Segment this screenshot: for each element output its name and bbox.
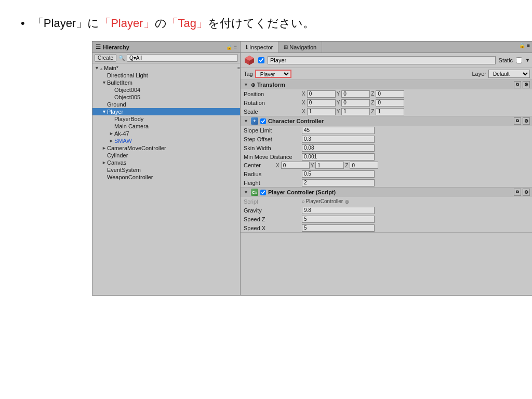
arrow-icon: ▼: [95, 65, 100, 71]
hierarchy-list-icon: ☰: [96, 44, 101, 50]
height-input[interactable]: [302, 179, 375, 187]
cc-active-checkbox[interactable]: [260, 118, 266, 124]
tree-item-ground[interactable]: Ground: [92, 101, 240, 108]
arrow-icon: ►: [102, 160, 107, 165]
tree-item-weaponcontroller[interactable]: WeaponController: [92, 174, 240, 181]
tree-item-bulletitem[interactable]: ▼ BulletItem: [92, 79, 240, 86]
arrow-icon: ▼: [102, 80, 107, 85]
tree-item-directional-light[interactable]: Directional Light: [92, 72, 240, 79]
position-y-input[interactable]: [341, 90, 370, 98]
transform-gear-btn[interactable]: ⚙: [523, 81, 530, 88]
transform-copy-btn[interactable]: ⧉: [514, 81, 521, 88]
cc-copy-btn[interactable]: ⧉: [514, 117, 521, 125]
transform-icon: ⊕: [251, 82, 255, 88]
x-axis-label: X: [302, 109, 305, 114]
tree-item-playerbody[interactable]: PlayerBody: [92, 115, 240, 123]
step-offset-row: Step Offset: [241, 135, 532, 143]
position-x-input[interactable]: [307, 90, 336, 98]
arrow-icon: ►: [109, 131, 114, 136]
gravity-input[interactable]: [302, 207, 375, 214]
pc-title: Player Controller (Script): [268, 189, 336, 195]
inspector-object-row: Static ▼: [241, 53, 532, 68]
object-active-checkbox[interactable]: [258, 57, 264, 63]
item-label: Directional Light: [107, 72, 148, 78]
script-name: PlayerController: [305, 198, 343, 204]
script-row: Script ○ PlayerController ◎: [241, 197, 532, 206]
tag-select[interactable]: Player: [255, 70, 291, 78]
scale-y-input[interactable]: [341, 108, 370, 115]
skin-width-input[interactable]: [302, 144, 375, 152]
y-axis-label: Y: [337, 91, 340, 97]
step-offset-input[interactable]: [302, 136, 375, 143]
transform-section: ▼ ⊕ Transform ⧉ ⚙ Position X Y Z: [241, 80, 532, 116]
navigation-tab-icon: ⊞: [284, 44, 288, 50]
tree-item-player[interactable]: ▼ Player: [92, 108, 240, 115]
tree-item-cameramovecontroller[interactable]: ► CameraMoveController: [92, 144, 240, 152]
slope-limit-label: Slope Limit: [244, 127, 301, 134]
cc-gear-btn[interactable]: ⚙: [523, 117, 530, 125]
character-controller-header[interactable]: ▼ + Character Controller ⧉ ⚙: [241, 116, 532, 126]
inspector-tag-layer-row: Tag Player Layer Default: [241, 68, 532, 80]
object-name-input[interactable]: [268, 56, 496, 64]
rotation-y-input[interactable]: [341, 99, 370, 107]
center-y-input[interactable]: [315, 162, 344, 169]
unity-editor: ☰ Hierarchy 🔒 ≡ Create 🔍 ▼ ⟁ Main* ≡ Dir…: [92, 41, 532, 296]
page-title: • 「Player」に「Player」の「Tag」を付けてください。: [0, 0, 532, 41]
speed-z-label: Speed Z: [244, 216, 301, 222]
tree-item-main[interactable]: ▼ ⟁ Main* ≡: [92, 64, 240, 72]
player-controller-section: ▼ C# Player Controller (Script) ⧉ ⚙ Scri…: [241, 188, 532, 233]
speed-z-input[interactable]: [302, 216, 375, 223]
static-dropdown-icon: ▼: [525, 58, 530, 63]
cc-title: Character Controller: [268, 118, 324, 124]
main-options-icon: ≡: [237, 65, 240, 71]
center-x-input[interactable]: [281, 162, 310, 169]
y-axis-label: Y: [337, 100, 340, 105]
min-move-distance-input[interactable]: [302, 153, 375, 161]
center-z-input[interactable]: [350, 162, 378, 169]
navigation-tab-label: Navigation: [289, 44, 316, 50]
item-label: CameraMoveController: [107, 145, 166, 151]
position-z-input[interactable]: [376, 90, 404, 98]
pc-active-checkbox[interactable]: [260, 190, 266, 195]
script-icon: C#: [251, 189, 258, 196]
tree-item-canvas[interactable]: ► Canvas: [92, 159, 240, 166]
radius-input[interactable]: [302, 170, 375, 178]
slope-limit-input[interactable]: [302, 127, 375, 134]
scale-z-input[interactable]: [376, 108, 404, 115]
transform-header[interactable]: ▼ ⊕ Transform ⧉ ⚙: [241, 80, 532, 89]
pc-gear-btn[interactable]: ⚙: [523, 189, 530, 196]
item-label: Main*: [104, 65, 118, 71]
tree-item-object005[interactable]: Object005: [92, 94, 240, 101]
pc-copy-btn[interactable]: ⧉: [514, 189, 521, 196]
tree-item-cylinder[interactable]: Cylinder: [92, 152, 240, 159]
scale-x-input[interactable]: [307, 108, 336, 115]
tab-inspector[interactable]: ℹ Inspector: [241, 42, 278, 52]
layer-select[interactable]: Default: [488, 70, 530, 78]
rotation-x-input[interactable]: [307, 99, 336, 107]
tree-item-smaw[interactable]: ► SMAW: [92, 137, 240, 144]
rotation-z-input[interactable]: [376, 99, 404, 107]
scale-label: Scale: [244, 109, 301, 115]
tree-item-object004[interactable]: Object004: [92, 86, 240, 94]
tab-navigation[interactable]: ⊞ Navigation: [278, 42, 322, 52]
item-label: EventSystem: [107, 167, 141, 173]
height-row: Height: [241, 178, 532, 187]
item-label: PlayerBody: [114, 116, 143, 122]
item-label: Cylinder: [107, 152, 128, 158]
hierarchy-search-input[interactable]: [127, 54, 238, 62]
hierarchy-toolbar: Create 🔍: [92, 53, 240, 63]
tree-item-ak47[interactable]: ► Ak-47: [92, 130, 240, 137]
script-circle-icon: ◎: [345, 199, 349, 204]
speed-x-input[interactable]: [302, 224, 375, 232]
hierarchy-panel: ☰ Hierarchy 🔒 ≡ Create 🔍 ▼ ⟁ Main* ≡ Dir…: [92, 42, 241, 295]
search-icon: 🔍: [118, 55, 125, 61]
tree-item-main-camera[interactable]: Main Camera: [92, 123, 240, 130]
x-axis-label: X: [302, 91, 305, 97]
create-button[interactable]: Create: [95, 54, 116, 62]
script-label: Script: [244, 198, 301, 205]
static-checkbox[interactable]: [516, 57, 522, 63]
player-controller-header[interactable]: ▼ C# Player Controller (Script) ⧉ ⚙: [241, 188, 532, 197]
item-label: WeaponController: [107, 174, 153, 180]
tree-item-eventsystem[interactable]: EventSystem: [92, 166, 240, 174]
character-controller-section: ▼ + Character Controller ⧉ ⚙ Slope Limit…: [241, 116, 532, 188]
